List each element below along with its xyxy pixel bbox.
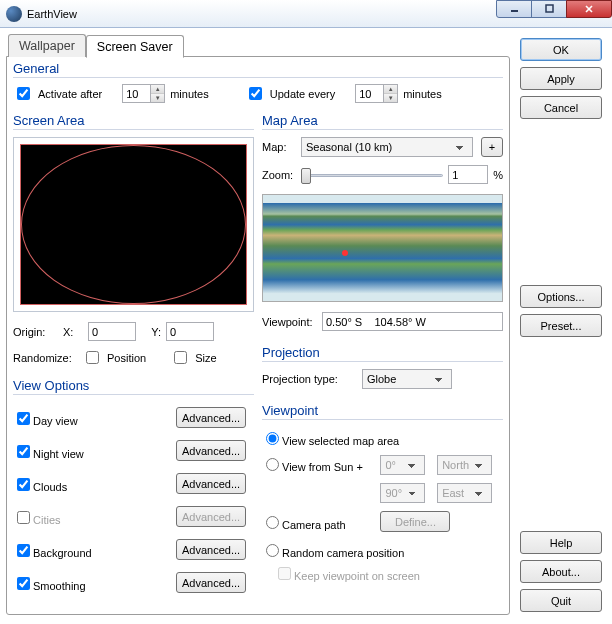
preset-button[interactable]: Preset... — [520, 314, 602, 337]
ok-button[interactable]: OK — [520, 38, 602, 61]
origin-y-input[interactable] — [166, 322, 214, 341]
y-label: Y: — [141, 326, 161, 338]
screen-area-title: Screen Area — [13, 113, 254, 130]
night-view-advanced-button[interactable]: Advanced... — [176, 440, 246, 461]
day-view-label: Day view — [33, 415, 78, 427]
screen-area-preview — [13, 137, 254, 312]
zoom-pct-label: % — [493, 169, 503, 181]
zoom-value-input[interactable] — [448, 165, 488, 184]
quit-button[interactable]: Quit — [520, 589, 602, 612]
tab-wallpaper[interactable]: Wallpaper — [8, 34, 86, 57]
close-button[interactable] — [566, 0, 612, 18]
zoom-slider[interactable] — [301, 166, 443, 184]
random-camera-radio[interactable] — [266, 544, 279, 557]
map-thumbnail[interactable] — [262, 194, 503, 302]
view-options-title: View Options — [13, 378, 254, 395]
map-add-button[interactable]: + — [481, 137, 503, 157]
update-spinner[interactable]: ▲▼ — [383, 84, 398, 103]
viewpoint-coord-label: Viewpoint: — [262, 316, 317, 328]
smoothing-label: Smoothing — [33, 580, 86, 592]
cities-label: Cities — [33, 514, 61, 526]
camera-path-label: Camera path — [282, 519, 346, 531]
randomize-label: Randomize: — [13, 352, 81, 364]
view-from-sun-radio[interactable] — [266, 458, 279, 471]
background-label: Background — [33, 547, 92, 559]
cancel-button[interactable]: Cancel — [520, 96, 602, 119]
map-label: Map: — [262, 141, 296, 153]
sun-dir1-select[interactable]: North — [437, 455, 492, 475]
tab-screensaver[interactable]: Screen Saver — [86, 35, 184, 58]
maximize-button[interactable] — [531, 0, 567, 18]
night-view-label: Night view — [33, 448, 84, 460]
activate-after-value[interactable] — [122, 84, 150, 103]
sun-deg1-select[interactable]: 0° — [380, 455, 425, 475]
viewpoint-title: Viewpoint — [262, 403, 503, 420]
origin-x-input[interactable] — [88, 322, 136, 341]
sun-dir2-select[interactable]: East — [437, 483, 492, 503]
app-icon — [6, 6, 22, 22]
x-label: X: — [63, 326, 83, 338]
cities-advanced-button: Advanced... — [176, 506, 246, 527]
window-title: EarthView — [27, 8, 497, 20]
smoothing-checkbox[interactable] — [17, 577, 30, 590]
svg-rect-1 — [546, 5, 553, 12]
minimize-button[interactable] — [496, 0, 532, 18]
clouds-label: Clouds — [33, 481, 67, 493]
minutes-label-2: minutes — [403, 88, 442, 100]
day-view-checkbox[interactable] — [17, 412, 30, 425]
cities-checkbox[interactable] — [17, 511, 30, 524]
background-checkbox[interactable] — [17, 544, 30, 557]
viewpoint-coord-input[interactable] — [322, 312, 503, 331]
update-every-value[interactable] — [355, 84, 383, 103]
smoothing-advanced-button[interactable]: Advanced... — [176, 572, 246, 593]
night-view-checkbox[interactable] — [17, 445, 30, 458]
clouds-checkbox[interactable] — [17, 478, 30, 491]
update-every-checkbox[interactable] — [249, 87, 262, 100]
options-button[interactable]: Options... — [520, 285, 602, 308]
title-bar: EarthView — [0, 0, 612, 28]
randomize-position-label: Position — [107, 352, 146, 364]
apply-button[interactable]: Apply — [520, 67, 602, 90]
random-camera-label: Random camera position — [282, 547, 404, 559]
zoom-label: Zoom: — [262, 169, 296, 181]
minutes-label-1: minutes — [170, 88, 209, 100]
keep-viewpoint-checkbox — [278, 567, 291, 580]
help-button[interactable]: Help — [520, 531, 602, 554]
view-selected-radio[interactable] — [266, 432, 279, 445]
clouds-advanced-button[interactable]: Advanced... — [176, 473, 246, 494]
keep-viewpoint-label: Keep viewpoint on screen — [294, 570, 420, 582]
randomize-size-label: Size — [195, 352, 216, 364]
origin-label: Origin: — [13, 326, 58, 338]
projection-title: Projection — [262, 345, 503, 362]
general-title: General — [13, 61, 503, 78]
randomize-size-checkbox[interactable] — [174, 351, 187, 364]
background-advanced-button[interactable]: Advanced... — [176, 539, 246, 560]
map-area-title: Map Area — [262, 113, 503, 130]
day-view-advanced-button[interactable]: Advanced... — [176, 407, 246, 428]
sun-deg2-select[interactable]: 90° — [380, 483, 425, 503]
view-selected-label: View selected map area — [282, 435, 399, 447]
projection-type-select[interactable]: Globe — [362, 369, 452, 389]
map-select[interactable]: Seasonal (10 km) — [301, 137, 473, 157]
randomize-position-checkbox[interactable] — [86, 351, 99, 364]
about-button[interactable]: About... — [520, 560, 602, 583]
define-button: Define... — [380, 511, 450, 532]
camera-path-radio[interactable] — [266, 516, 279, 529]
activate-spinner[interactable]: ▲▼ — [150, 84, 165, 103]
activate-after-label: Activate after — [38, 88, 102, 100]
view-from-sun-label: View from Sun + — [282, 461, 363, 473]
earth-sphere — [21, 145, 246, 304]
tab-panel: General Activate after ▲▼ minutes Update… — [6, 56, 510, 615]
activate-after-checkbox[interactable] — [17, 87, 30, 100]
update-every-label: Update every — [270, 88, 335, 100]
projection-type-label: Projection type: — [262, 373, 357, 385]
